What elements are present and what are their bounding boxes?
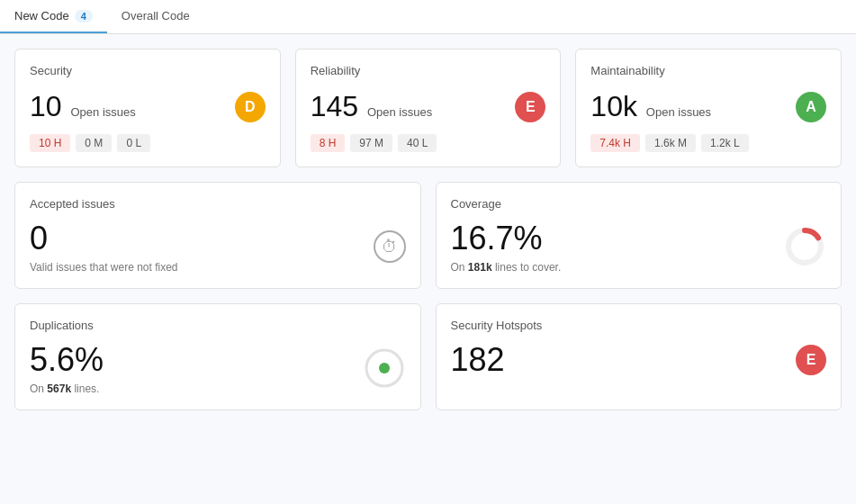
reliability-rating-badge: E [515, 92, 545, 122]
metrics-top-row: Security 10 Open issues D 10 H 0 M 0 L R… [14, 49, 842, 167]
maintainability-count-label: Open issues [646, 105, 711, 119]
security-sev-m: 0 M [76, 134, 112, 152]
tab-new-code[interactable]: New Code 4 [0, 0, 107, 33]
reliability-sev-m: 97 M [350, 134, 392, 152]
duplications-subtext: On 567k lines. [30, 382, 104, 395]
accepted-issues-description: Valid issues that were not fixed [30, 261, 178, 274]
security-hotspots-rating-badge: E [796, 345, 826, 375]
coverage-title: Coverage [451, 197, 827, 211]
coverage-percent: 16.7% [451, 220, 562, 257]
security-count: 10 [30, 90, 62, 122]
reliability-count: 145 [311, 90, 358, 122]
accepted-issues-left: 0 Valid issues that were not fixed [30, 220, 178, 274]
maintainability-severity-row: 7.4k H 1.6k M 1.2k L [590, 134, 826, 152]
security-hotspots-title: Security Hotspots [451, 319, 827, 332]
maintainability-sev-l: 1.2k L [701, 134, 749, 152]
tab-overall-code-label: Overall Code [122, 9, 190, 22]
maintainability-sev-h: 7.4k H [590, 134, 640, 152]
coverage-lines-rest: lines to cover. [495, 261, 561, 274]
reliability-severity-row: 8 H 97 M 40 L [311, 134, 546, 152]
accepted-issues-title: Accepted issues [30, 197, 406, 211]
duplications-lines-bold: 567k [47, 382, 71, 395]
duplications-lines-rest: lines. [74, 382, 99, 395]
maintainability-count: 10k [590, 90, 637, 122]
reliability-count-group: 145 Open issues [311, 90, 433, 123]
maintainability-card: Maintainability 10k Open issues A 7.4k H… [575, 49, 842, 167]
coverage-lines-bold: 181k [468, 261, 492, 274]
security-severity-row: 10 H 0 M 0 L [30, 134, 266, 152]
duplications-main: 5.6% On 567k lines. [30, 341, 406, 395]
duplications-on-label: On [30, 382, 44, 395]
maintainability-count-group: 10k Open issues [590, 90, 711, 123]
security-count-label: Open issues [70, 105, 135, 119]
accepted-issues-card: Accepted issues 0 Valid issues that were… [14, 182, 421, 289]
svg-point-3 [379, 363, 390, 374]
coverage-subtext: On 181k lines to cover. [451, 261, 562, 274]
maintainability-rating-badge: A [796, 92, 826, 122]
security-sev-l: 0 L [117, 134, 150, 152]
reliability-main: 145 Open issues E [311, 90, 546, 123]
tab-new-code-badge: 4 [75, 10, 93, 22]
security-rating-badge: D [235, 92, 266, 122]
security-hotspots-count: 182 [451, 341, 505, 379]
tab-new-code-label: New Code [14, 9, 69, 22]
duplications-title: Duplications [30, 319, 406, 332]
security-title: Security [30, 64, 266, 77]
reliability-sev-h: 8 H [311, 134, 346, 152]
metrics-middle-row: Accepted issues 0 Valid issues that were… [14, 182, 842, 289]
tab-bar: New Code 4 Overall Code [0, 0, 856, 34]
main-content: Security 10 Open issues D 10 H 0 M 0 L R… [0, 34, 856, 425]
security-main: 10 Open issues D [30, 90, 266, 123]
maintainability-sev-m: 1.6k M [645, 134, 696, 152]
coverage-on-label: On [451, 261, 465, 274]
coverage-donut [783, 225, 826, 268]
security-hotspots-card: Security Hotspots 182 E [436, 303, 842, 410]
duplications-left: 5.6% On 567k lines. [30, 341, 104, 395]
reliability-title: Reliability [311, 64, 546, 77]
duplications-card: Duplications 5.6% On 567k lines. [14, 303, 421, 410]
coverage-card: Coverage 16.7% On 181k lines to cover. [436, 182, 842, 289]
security-count-group: 10 Open issues [30, 90, 136, 123]
coverage-main: 16.7% On 181k lines to cover. [451, 220, 827, 274]
accepted-issues-main: 0 Valid issues that were not fixed ⏱ [30, 220, 406, 274]
metrics-bottom-row: Duplications 5.6% On 567k lines. [14, 303, 842, 410]
duplications-percent: 5.6% [30, 341, 104, 379]
reliability-sev-l: 40 L [398, 134, 437, 152]
tab-overall-code[interactable]: Overall Code [107, 0, 204, 33]
duplications-icon [363, 346, 406, 390]
security-hotspots-main: 182 E [451, 341, 827, 379]
security-card: Security 10 Open issues D 10 H 0 M 0 L [14, 49, 281, 167]
security-sev-h: 10 H [30, 134, 70, 152]
maintainability-title: Maintainability [590, 64, 826, 77]
accepted-issues-count: 0 [30, 220, 178, 257]
reliability-card: Reliability 145 Open issues E 8 H 97 M 4… [295, 49, 562, 167]
reliability-count-label: Open issues [367, 105, 432, 119]
maintainability-main: 10k Open issues A [590, 90, 826, 123]
clock-icon: ⏱ [374, 230, 406, 263]
coverage-left: 16.7% On 181k lines to cover. [451, 220, 562, 274]
